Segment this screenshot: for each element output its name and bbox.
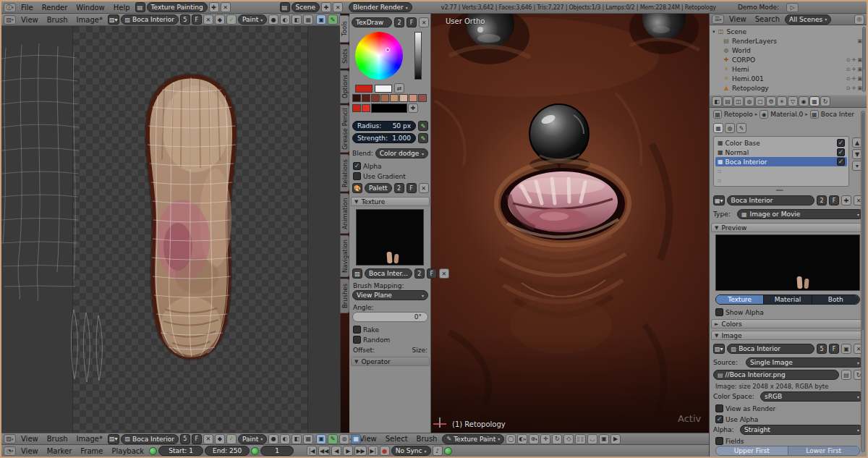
- outliner-scrollbar[interactable]: [862, 27, 866, 92]
- opengl-render-icon[interactable]: ▣: [599, 434, 609, 444]
- texture-new-button[interactable]: ✚: [841, 195, 851, 205]
- brush-dot-icon[interactable]: ●: [268, 14, 278, 25]
- breadcrumb-object[interactable]: Retopolo: [724, 111, 753, 118]
- renderability-icon[interactable]: ▣: [857, 85, 862, 91]
- texture-fake-user-button[interactable]: F: [829, 195, 839, 205]
- texture-context-material-icon[interactable]: ▦: [713, 123, 723, 133]
- texture-slot-empty[interactable]: ▫: [715, 176, 847, 185]
- image-users-count[interactable]: 5: [180, 14, 190, 25]
- color-wheel-cursor[interactable]: [386, 48, 390, 52]
- selectability-icon[interactable]: ✛: [852, 57, 856, 63]
- editor-type-info-icon[interactable]: ⓘ▾: [4, 3, 16, 12]
- palette-swatch[interactable]: [399, 94, 408, 102]
- editor-type-image-icon[interactable]: ▨▾: [4, 434, 16, 444]
- preview-range-toggle[interactable]: [149, 447, 157, 455]
- outliner-row-retopology[interactable]: ▲ Retopology ⊙✛▣: [712, 83, 865, 93]
- brush-name-field[interactable]: TexDraw: [352, 17, 392, 27]
- filepath-field[interactable]: ▤//Boca Interior.png: [713, 370, 839, 380]
- palette-swatch[interactable]: [390, 94, 399, 102]
- visibility-eye-icon[interactable]: ⊙: [846, 57, 851, 63]
- properties-tab-physics-icon[interactable]: ↻: [820, 96, 830, 106]
- editor-type-image-icon[interactable]: ▨▾: [4, 15, 16, 25]
- colorspace-dropdown[interactable]: sRGB▾: [760, 391, 864, 402]
- sync-mode-dropdown[interactable]: No Sync▾: [391, 446, 431, 456]
- mask-half-icon[interactable]: ◐: [280, 434, 290, 444]
- lower-first-button[interactable]: Lower First: [788, 446, 860, 455]
- source-dropdown[interactable]: Single Image▾: [746, 357, 864, 368]
- palette-swatch[interactable]: [362, 104, 370, 112]
- renderability-icon[interactable]: ▣: [857, 67, 862, 72]
- selectability-icon[interactable]: ✛: [852, 67, 856, 72]
- brush-dot-icon[interactable]: ●: [268, 434, 278, 444]
- jump-to-end-button[interactable]: ▶|: [368, 446, 378, 456]
- uv-menu-image[interactable]: Image*: [73, 435, 106, 443]
- menu-file[interactable]: File: [17, 4, 37, 12]
- image-pin-icon[interactable]: ◆: [215, 14, 225, 25]
- expand-icon[interactable]: ▾: [712, 29, 715, 35]
- outliner-row-world[interactable]: ◍ World: [712, 46, 865, 55]
- palette-browse-icon[interactable]: 🎨: [352, 183, 362, 193]
- editor-type-timeline-icon[interactable]: ◔▾: [4, 446, 16, 456]
- image-browse-icon[interactable]: ▨▾: [108, 434, 119, 444]
- shelf-tab-tools[interactable]: Tools: [340, 15, 349, 43]
- slot-enable-checkbox[interactable]: ✓: [837, 148, 845, 156]
- view-as-render-checkbox[interactable]: [715, 404, 723, 412]
- uv-tool-green-icon[interactable]: ✎: [328, 14, 338, 25]
- value-slider[interactable]: [414, 32, 422, 80]
- image-unlink-button[interactable]: ✕: [203, 14, 213, 25]
- angle-slider[interactable]: 0°: [352, 312, 428, 322]
- layout-add-button[interactable]: ✚: [209, 2, 219, 12]
- uv-tool-gray-icon[interactable]: ◍: [339, 434, 349, 444]
- frame-end-field[interactable]: End: 250: [205, 446, 250, 456]
- outliner-row-scene[interactable]: ▾ ◫ Scene: [712, 27, 865, 36]
- shelf-tab-grease-pencil[interactable]: Grease Pencil: [340, 105, 349, 153]
- use-alpha-checkbox[interactable]: ✓: [715, 415, 723, 423]
- snap-magnet-icon[interactable]: ◡: [587, 434, 597, 444]
- brush-users-count[interactable]: 2: [394, 17, 404, 27]
- menu-window[interactable]: Window: [72, 4, 108, 12]
- properties-tab-renderlayers-icon[interactable]: ▤: [723, 96, 733, 106]
- renderability-icon[interactable]: ▣: [857, 76, 862, 82]
- image-pin-icon[interactable]: ◆: [215, 434, 225, 444]
- demo-play-icon[interactable]: ▷: [786, 3, 799, 12]
- strength-pressure-icon[interactable]: ✎: [418, 133, 428, 143]
- texture-slot-empty[interactable]: ▫: [715, 166, 847, 176]
- autokey-toggle[interactable]: [444, 447, 452, 455]
- brush-mapping-dropdown[interactable]: View Plane▾: [352, 290, 428, 300]
- texture-name-field[interactable]: Boca Interior: [727, 195, 814, 205]
- scene-selector[interactable]: Scene: [292, 2, 320, 12]
- alpha-mode-dropdown[interactable]: Straight▾: [740, 425, 864, 435]
- palette-swatch[interactable]: [418, 94, 427, 102]
- fake-user-button[interactable]: F: [192, 14, 202, 25]
- texture-context-brush-icon[interactable]: ✎: [736, 123, 746, 133]
- uv-menu-view[interactable]: View: [17, 16, 42, 24]
- mode-selector[interactable]: ✎Texture Paint▾: [442, 434, 504, 444]
- layers-grid-icon[interactable]: ⣿⣿: [575, 434, 586, 444]
- texture-name-field[interactable]: Boca Inter...: [365, 268, 412, 279]
- properties-tab-data-icon[interactable]: ▽: [788, 96, 798, 106]
- palette-swatch[interactable]: [352, 104, 361, 112]
- palette-fake-user-button[interactable]: F: [407, 183, 417, 193]
- texture-fake-user-button[interactable]: F: [427, 268, 437, 279]
- palette-users-count[interactable]: 2: [394, 183, 404, 193]
- shelf-tab-slots[interactable]: Slots: [340, 44, 349, 69]
- rake-checkbox[interactable]: [353, 326, 361, 334]
- uv-tool-blue-icon[interactable]: ▣: [316, 434, 326, 444]
- image-users-count[interactable]: 5: [180, 434, 190, 444]
- texture-users-count[interactable]: 2: [817, 195, 827, 205]
- audio-scrub-icon[interactable]: ♪: [433, 446, 443, 456]
- texture-slot-color-base[interactable]: ▦ Color Base ✓: [715, 138, 847, 148]
- breadcrumb-texture[interactable]: Boca Inter: [821, 111, 854, 118]
- palette-unlink-button[interactable]: ✕: [419, 183, 429, 193]
- properties-tab-world-icon[interactable]: ◍: [744, 96, 754, 106]
- uv-menu-view[interactable]: View: [17, 435, 42, 443]
- show-alpha-checkbox[interactable]: [715, 308, 723, 316]
- image-name-field[interactable]: ▨Boca Interior: [121, 14, 179, 25]
- uv-tool-navy-icon[interactable]: ▦: [351, 434, 361, 444]
- palette-swatch[interactable]: [362, 94, 370, 102]
- shelf-tab-options[interactable]: Options: [340, 70, 349, 103]
- play-reverse-button[interactable]: ◀: [331, 446, 341, 456]
- next-keyframe-button[interactable]: ▶▶: [354, 446, 366, 456]
- preview-texture-button[interactable]: Texture: [716, 295, 763, 304]
- texture-type-dropdown[interactable]: ▦Image or Movie▾: [737, 209, 864, 219]
